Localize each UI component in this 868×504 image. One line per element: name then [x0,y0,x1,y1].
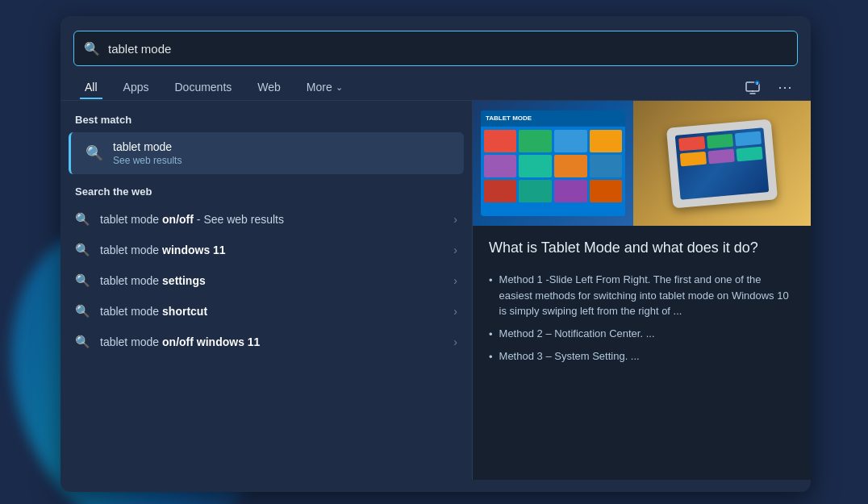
suggestion-text-0: tablet mode on/off - See web results [100,213,444,226]
tile [519,130,552,152]
tile [554,155,587,177]
suggestion-arrow-4: › [453,335,457,348]
tile [484,130,517,152]
bullet-item-1: Method 2 – Notification Center. ... [489,323,795,346]
suggestion-item-2[interactable]: 🔍 tablet mode settings › [61,265,472,296]
tile [554,130,587,152]
tablet-device-shape [666,119,778,208]
suggestion-arrow-0: › [453,213,457,226]
tile [590,130,623,152]
suggestion-text-1: tablet mode windows 11 [100,244,444,256]
right-panel: TABLET MODE [472,101,811,480]
screen-share-icon[interactable]: 2 [740,74,766,100]
suggestion-item-4[interactable]: 🔍 tablet mode on/off windows 11 › [61,327,472,357]
tab-documents[interactable]: Documents [163,76,243,98]
tile-grid [481,127,625,206]
tile [484,155,517,177]
suggestion-text-4: tablet mode on/off windows 11 [100,335,444,348]
preview-image-device [633,101,811,226]
tile [484,180,517,202]
suggestion-text-3: tablet mode shortcut [100,305,444,318]
suggestion-item-1[interactable]: 🔍 tablet mode windows 11 › [61,235,472,265]
tile [590,180,623,202]
tile [519,180,552,202]
tablet-small-screen [675,127,770,199]
best-match-title: tablet mode [113,140,182,153]
suggestion-search-icon-3: 🔍 [75,304,90,319]
bullet-item-2: Method 3 – System Setting. ... [489,345,795,369]
tab-more[interactable]: More ⌄ [295,76,354,98]
tab-web[interactable]: Web [246,76,292,98]
more-options-icon[interactable]: ⋯ [772,74,798,100]
preview-image-tiles: TABLET MODE [473,101,633,226]
suggestion-arrow-1: › [453,244,457,256]
search-input[interactable]: tablet mode [108,42,787,56]
suggestion-text-2: tablet mode settings [100,274,444,287]
content-area: Best match 🔍 tablet mode See web results… [61,101,811,480]
bullet-list: Method 1 -Slide Left From Right. The fir… [489,269,795,369]
tab-all[interactable]: All [73,76,109,98]
filter-tabs: All Apps Documents Web More ⌄ 2 ⋯ [61,66,811,101]
preview-images: TABLET MODE [473,101,811,226]
best-match-item[interactable]: 🔍 tablet mode See web results [69,132,464,174]
best-match-text: tablet mode See web results [113,140,182,166]
best-match-search-icon: 🔍 [86,144,103,162]
suggestion-arrow-3: › [453,305,457,318]
search-panel: 🔍 tablet mode All Apps Documents Web Mor… [61,16,811,492]
left-panel: Best match 🔍 tablet mode See web results… [61,101,472,480]
suggestion-search-icon-2: 🔍 [75,273,90,288]
search-box-container: 🔍 tablet mode [73,31,798,66]
preview-title: What is Tablet Mode and what does it do? [489,239,795,257]
suggestion-item-0[interactable]: 🔍 tablet mode on/off - See web results › [61,204,472,235]
suggestion-search-icon-0: 🔍 [75,212,90,227]
svg-point-1 [752,90,753,92]
suggestion-search-icon-1: 🔍 [75,243,90,257]
best-match-subtitle: See web results [113,155,182,166]
search-web-label: Search the web [61,174,472,204]
chevron-down-icon: ⌄ [336,82,343,93]
suggestion-arrow-2: › [453,274,457,287]
tile [519,155,552,177]
best-match-label: Best match [61,110,472,132]
bullet-item-0: Method 1 -Slide Left From Right. The fir… [489,269,795,323]
tile [590,155,623,177]
tab-apps[interactable]: Apps [112,76,161,98]
suggestion-search-icon-4: 🔍 [75,335,90,349]
suggestion-item-3[interactable]: 🔍 tablet mode shortcut › [61,296,472,327]
tile [554,180,587,202]
search-icon: 🔍 [84,41,100,56]
preview-info: What is Tablet Mode and what does it do?… [473,226,811,381]
tablet-screen-header: TABLET MODE [481,110,625,127]
tab-actions: 2 ⋯ [740,74,798,100]
tablet-screen-tiles: TABLET MODE [481,110,625,217]
